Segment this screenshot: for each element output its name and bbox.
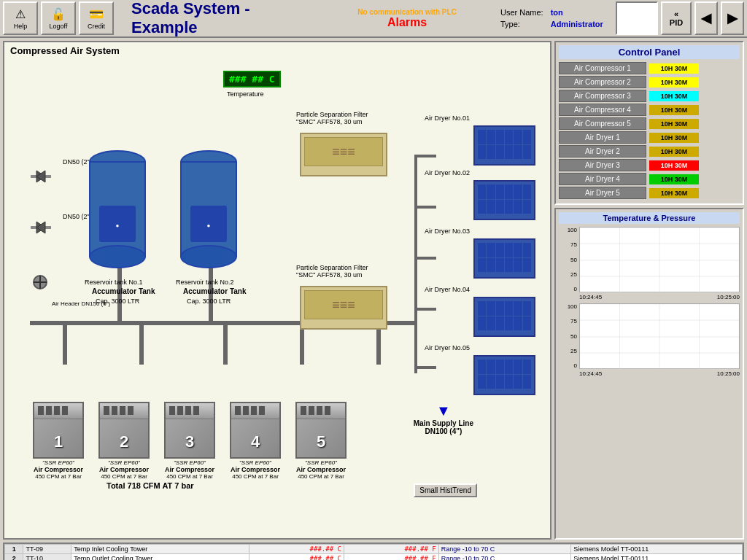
compressor-4: 4 "SSR EP60" Air Compressor 450 CPM at 7… — [229, 402, 282, 480]
row-desc: Temp Inlet Cooling Tower — [71, 545, 249, 554]
row-tag: TT-10 — [23, 554, 71, 561]
svg-point-2 — [90, 246, 145, 268]
app-title: Scada System - Example — [117, 0, 318, 37]
compressor-3: 3 "SSR EP60" Air Compressor 450 CPM at 7… — [163, 402, 216, 480]
valve3-svg — [32, 274, 48, 290]
temp-pressure-panel: Temperature & Pressure 1007550250 — [554, 208, 744, 540]
row-model: Siemens Model TT-00111 — [571, 554, 743, 561]
logoff-button[interactable]: 🔓 Logoff — [41, 1, 76, 35]
cp-row-7[interactable]: Air Dryer 3 10H 30M — [559, 159, 740, 171]
tank1-svg: ● — [88, 147, 147, 279]
row-val2: ###.## F — [344, 545, 438, 554]
cp-row-3[interactable]: Air Compressor 4 10H 30M — [559, 104, 740, 116]
cp-label-3: Air Compressor 4 — [559, 104, 646, 116]
scada-title: Compressed Air System — [4, 42, 550, 59]
cp-status-4: 10H 30M — [649, 119, 699, 129]
control-panel-title: Control Panel — [559, 45, 740, 59]
cp-status-8: 10H 30M — [649, 174, 699, 184]
svg-text:●: ● — [116, 222, 120, 229]
dryer1-label: Air Dryer No.01 — [425, 114, 470, 122]
pipe-v-dryers — [414, 155, 417, 373]
credit-button[interactable]: 💳 Credit — [79, 1, 114, 35]
filter2-box: ≡≡≡ — [300, 286, 387, 330]
main-area: Compressed Air System ### ## C Temperatu… — [0, 38, 747, 542]
cp-row-9[interactable]: Air Dryer 5 10H 30M — [559, 187, 740, 199]
cp-status-7: 10H 30M — [649, 160, 699, 171]
cp-label-7: Air Dryer 3 — [559, 159, 646, 171]
dn50-2-label: DN50 (2") — [63, 213, 92, 220]
pid-button[interactable]: « PID — [661, 1, 692, 35]
logoff-icon: 🔓 — [51, 7, 66, 21]
chart2-container: 1007550250 — [559, 303, 740, 369]
cp-status-1: 10H 30M — [649, 77, 699, 88]
cp-row-1[interactable]: Air Compressor 2 10H 30M — [559, 76, 740, 88]
chart1-area — [579, 227, 740, 292]
dryer3-label: Air Dryer No.03 — [425, 228, 470, 235]
cp-label-5: Air Dryer 1 — [559, 131, 646, 144]
cp-label-2: Air Compressor 3 — [559, 90, 646, 102]
cp-rows: Air Compressor 1 10H 30M Air Compressor … — [559, 62, 740, 199]
help-icon: ⚠ — [15, 7, 26, 21]
alarm-section: No communication with PLC Alarms — [321, 8, 493, 29]
table-row[interactable]: 2 TT-10 Temp Outlet Cooling Tower ###.##… — [5, 554, 743, 561]
nav-forward-button[interactable]: ▶ — [721, 1, 744, 35]
reservoir2-cap: Cap. 3000 LTR — [187, 298, 231, 305]
cp-row-2[interactable]: Air Compressor 3 10H 30M — [559, 90, 740, 102]
white-input-box — [616, 1, 658, 35]
hist-trend-button[interactable]: Small HistTrend — [414, 483, 477, 497]
reservoir1-cap: Cap. 3000 LTR — [96, 298, 139, 305]
cp-row-8[interactable]: Air Dryer 4 10H 30M — [559, 173, 740, 185]
cp-label-0: Air Compressor 1 — [559, 62, 646, 74]
reservoir2-label: Reservoir tank No.2 — [176, 279, 234, 286]
nav-back-button[interactable]: ◀ — [694, 1, 718, 35]
cp-label-9: Air Dryer 5 — [559, 187, 646, 199]
dryer1 — [473, 125, 535, 166]
tank2-svg: ● — [179, 147, 238, 279]
dryer4 — [473, 297, 535, 337]
control-panel: Control Panel Air Compressor 1 10H 30M A… — [554, 41, 744, 205]
data-table: 1 TT-09 Temp Inlet Cooling Tower ###.## … — [3, 542, 744, 560]
svg-point-7 — [181, 246, 236, 268]
filter2-label: Particle Separation Filter "SMC" AFF578,… — [296, 264, 368, 279]
pipe-h-dryer5 — [414, 366, 436, 369]
cp-row-6[interactable]: Air Dryer 2 10H 30M — [559, 145, 740, 158]
row-range: Range -10 to 70 C — [438, 545, 571, 554]
scada-diagram: ### ## C Temperature DN50 (2") DN50 (2")… — [4, 60, 550, 538]
cp-row-4[interactable]: Air Compressor 5 10H 30M — [559, 117, 740, 130]
pipe-v-comp3 — [223, 321, 228, 365]
temp-display: ### ## C — [223, 71, 281, 88]
dryer2-label: Air Dryer No.02 — [425, 169, 470, 176]
cp-label-4: Air Compressor 5 — [559, 117, 646, 130]
cp-status-2: 10H 30M — [649, 91, 699, 101]
help-button[interactable]: ⚠ Help — [3, 1, 38, 35]
cp-label-8: Air Dryer 4 — [559, 173, 646, 185]
cp-status-0: 10H 30M — [649, 63, 699, 74]
right-panel: Control Panel Air Compressor 1 10H 30M A… — [554, 41, 744, 540]
dryer3 — [473, 238, 535, 279]
cp-row-5[interactable]: Air Dryer 1 10H 30M — [559, 131, 740, 144]
toolbar: ⚠ Help 🔓 Logoff 💳 Credit Scada System - … — [0, 0, 747, 38]
pipe-v-comp1 — [63, 321, 67, 365]
table-row[interactable]: 1 TT-09 Temp Inlet Cooling Tower ###.## … — [5, 545, 743, 554]
cp-status-5: 10H 30M — [649, 133, 699, 143]
reservoir1-name: Accumulator Tank — [92, 287, 155, 295]
pipe-h-dryer1 — [414, 155, 436, 158]
row-tag: TT-09 — [23, 545, 71, 554]
pipe-h-dryer2 — [414, 206, 436, 209]
cp-row-0[interactable]: Air Compressor 1 10H 30M — [559, 62, 740, 74]
pid-icon: « — [674, 9, 678, 18]
filter1-label: Particle Separation Filter "SMC" AFF578,… — [296, 111, 368, 125]
dryer4-label: Air Dryer No.04 — [425, 286, 470, 293]
valve1-svg — [31, 169, 51, 184]
valve2-svg — [31, 220, 51, 235]
pipe-h-dryer3 — [414, 257, 436, 260]
main-supply-label: ▼ Main Supply Line DN100 (4") — [414, 402, 473, 435]
dryer5-label: Air Dryer No.05 — [425, 344, 470, 351]
chart2-area — [579, 303, 740, 369]
svg-text:●: ● — [207, 222, 211, 229]
compressors-row: 1 "SSR EP60" Air Compressor 450 CPM at 7… — [32, 402, 347, 480]
pipe-h-dryer4 — [414, 308, 436, 311]
row-range: Range -10 to 70 C — [438, 554, 571, 561]
chart2-x-labels: 10:24:45 10:25:00 — [559, 370, 740, 377]
cp-status-6: 10H 30M — [649, 147, 699, 157]
